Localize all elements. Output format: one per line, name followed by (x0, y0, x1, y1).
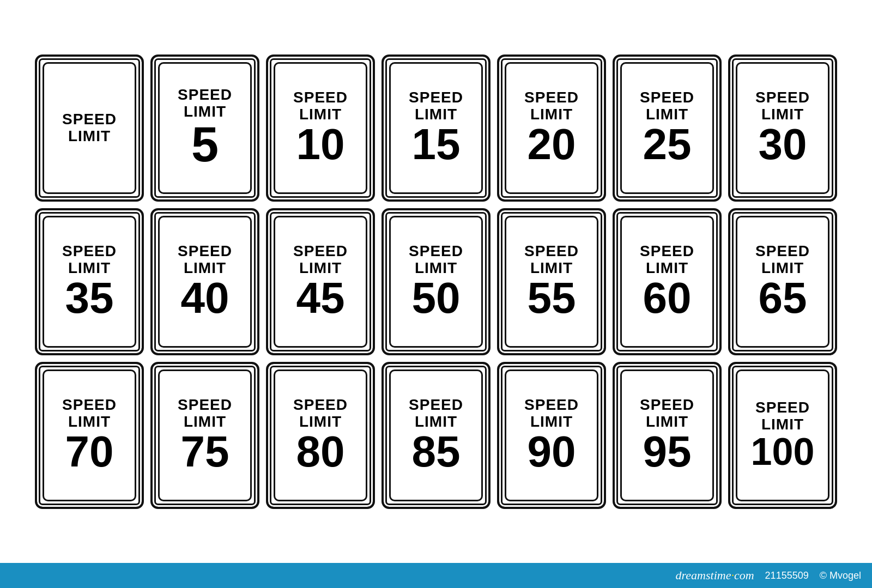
row2: SPEED LIMIT35SPEED LIMIT40SPEED LIMIT45S… (35, 208, 837, 355)
sign-40: SPEED LIMIT40 (150, 208, 259, 355)
sign-35: SPEED LIMIT35 (35, 208, 144, 355)
sign-10-number: 10 (296, 123, 345, 166)
sign-80: SPEED LIMIT80 (266, 362, 375, 509)
sign-90-number: 90 (528, 430, 576, 474)
sign-65-number: 65 (759, 276, 807, 320)
sign-25-label: SPEED LIMIT (640, 89, 694, 123)
watermark-id: 21155509 (765, 570, 809, 581)
sign-100: SPEED LIMIT100 (728, 362, 837, 509)
sign-55-number: 55 (528, 276, 576, 320)
sign-85-label: SPEED LIMIT (409, 397, 463, 431)
sign-70: SPEED LIMIT70 (35, 362, 144, 509)
sign-30-label: SPEED LIMIT (755, 89, 810, 123)
sign-5-label: SPEED LIMIT (178, 87, 232, 120)
sign-50-label: SPEED LIMIT (409, 243, 463, 277)
sign-55: SPEED LIMIT55 (497, 208, 606, 355)
watermark-bar: dreamstime·com 21155509 © Mvogel (0, 563, 872, 588)
sign-10-label: SPEED LIMIT (293, 89, 348, 123)
sign-100-number: 100 (751, 433, 815, 471)
sign-5: SPEED LIMIT5 (150, 54, 259, 202)
sign-50-number: 50 (412, 276, 461, 320)
sign-60-label: SPEED LIMIT (640, 243, 694, 277)
sign-70-label: SPEED LIMIT (62, 397, 117, 431)
sign-30-number: 30 (759, 123, 807, 166)
sign-95-number: 95 (643, 430, 692, 474)
sign-55-label: SPEED LIMIT (524, 243, 579, 277)
sign-40-number: 40 (181, 276, 229, 320)
watermark-author: © Mvogel (820, 570, 861, 581)
sign-90: SPEED LIMIT90 (497, 362, 606, 509)
sign-25-number: 25 (643, 123, 692, 166)
sign-35-label: SPEED LIMIT (62, 243, 117, 277)
sign-35-number: 35 (65, 276, 114, 320)
sign-95: SPEED LIMIT95 (613, 362, 722, 509)
sign-20-label: SPEED LIMIT (524, 89, 579, 123)
sign-80-number: 80 (296, 430, 345, 474)
sign-75-number: 75 (181, 430, 229, 474)
sign-75-label: SPEED LIMIT (178, 397, 232, 431)
sign-45: SPEED LIMIT45 (266, 208, 375, 355)
sign-45-number: 45 (296, 276, 345, 320)
sign-50: SPEED LIMIT50 (382, 208, 491, 355)
sign-60-number: 60 (643, 276, 692, 320)
sign-5-number: 5 (191, 120, 219, 169)
sign-45-label: SPEED LIMIT (293, 243, 348, 277)
sign-10: SPEED LIMIT10 (266, 54, 375, 202)
sign-60: SPEED LIMIT60 (613, 208, 722, 355)
watermark-logo: dreamstime·com (676, 568, 754, 583)
sign-90-label: SPEED LIMIT (524, 397, 579, 431)
sign-70-number: 70 (65, 430, 114, 474)
row3: SPEED LIMIT70SPEED LIMIT75SPEED LIMIT80S… (35, 362, 837, 509)
sign-85: SPEED LIMIT85 (382, 362, 491, 509)
sign-blank: SPEED LIMIT (35, 54, 144, 202)
sign-100-label: SPEED LIMIT (755, 399, 810, 433)
sign-30: SPEED LIMIT30 (728, 54, 837, 202)
sign-40-label: SPEED LIMIT (178, 243, 232, 277)
sign-25: SPEED LIMIT25 (613, 54, 722, 202)
sign-20-number: 20 (528, 123, 576, 166)
sign-15: SPEED LIMIT15 (382, 54, 491, 202)
logo-text: dreamstime·com (676, 568, 754, 583)
signs-container: SPEED LIMITSPEED LIMIT5SPEED LIMIT10SPEE… (19, 0, 853, 563)
sign-95-label: SPEED LIMIT (640, 397, 694, 431)
sign-65-label: SPEED LIMIT (755, 243, 810, 277)
sign-blank-label: SPEED LIMIT (62, 111, 117, 145)
row1: SPEED LIMITSPEED LIMIT5SPEED LIMIT10SPEE… (35, 54, 837, 202)
sign-80-label: SPEED LIMIT (293, 397, 348, 431)
sign-65: SPEED LIMIT65 (728, 208, 837, 355)
sign-15-number: 15 (412, 123, 461, 166)
sign-85-number: 85 (412, 430, 461, 474)
sign-15-label: SPEED LIMIT (409, 89, 463, 123)
sign-75: SPEED LIMIT75 (150, 362, 259, 509)
sign-20: SPEED LIMIT20 (497, 54, 606, 202)
